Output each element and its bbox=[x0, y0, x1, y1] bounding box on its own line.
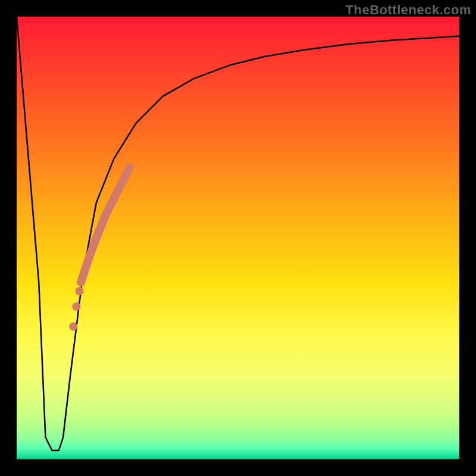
watermark-text: TheBottleneck.com bbox=[346, 2, 471, 18]
highlight-dot bbox=[72, 302, 80, 311]
highlighted-range bbox=[81, 167, 130, 282]
chart-svg bbox=[17, 17, 459, 459]
highlight-dot bbox=[69, 322, 77, 331]
highlighted-dots bbox=[69, 287, 83, 331]
highlight-dot bbox=[76, 287, 84, 295]
bottleneck-curve bbox=[17, 17, 459, 450]
chart-container: TheBottleneck.com bbox=[0, 0, 476, 476]
